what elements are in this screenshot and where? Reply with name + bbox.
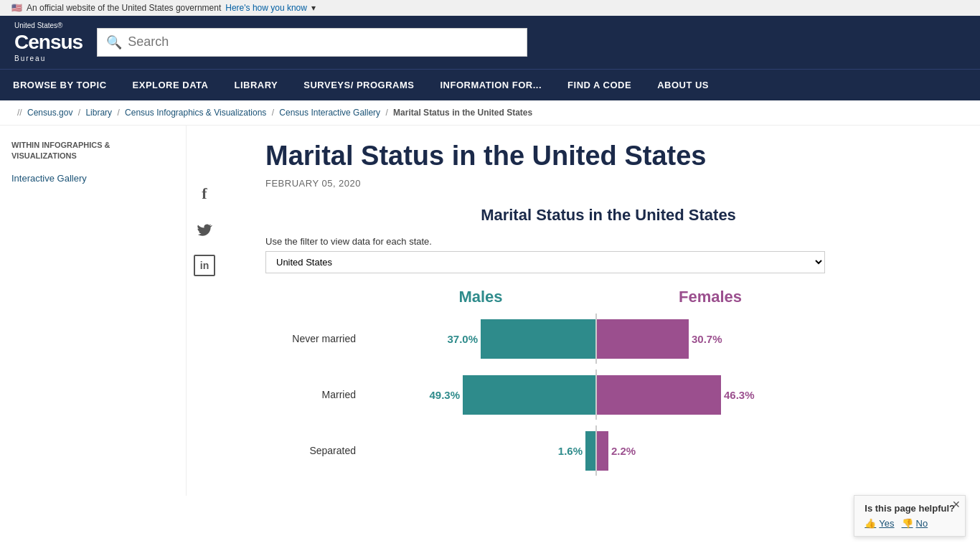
nav-library[interactable]: LIBRARY [221, 70, 291, 100]
facebook-icon[interactable]: f [194, 183, 215, 204]
filter-label: Use the filter to view data for each sta… [265, 236, 951, 247]
separated-male-side: 1.6% [366, 425, 595, 476]
chart-headers: Males Females [265, 288, 825, 306]
sidebar: WITHIN INFOGRAPHICS & VISUALIZATIONS Int… [0, 126, 187, 496]
linkedin-icon[interactable]: in [194, 255, 215, 276]
breadcrumb-library[interactable]: Library [85, 108, 112, 118]
feedback-widget: ✕ Is this page helpful? 👍 Yes 👎 No [854, 495, 966, 496]
separated-male-bar: 1.6% [585, 431, 595, 471]
census-logo[interactable]: United States® Census Bureau [14, 22, 83, 63]
separated-bars: 1.6% 2.2% [366, 425, 825, 476]
content-with-social: f in Marital Status in the United States… [187, 126, 980, 496]
main-nav: BROWSE BY TOPIC EXPLORE DATA LIBRARY SUR… [0, 69, 980, 100]
married-female-side: 46.3% [595, 369, 825, 420]
chart-row-married: Married 49.3% 46.3% [265, 369, 825, 420]
search-bar[interactable]: 🔍 [97, 28, 527, 57]
breadcrumb: // Census.gov / Library / Census Infogra… [0, 100, 980, 126]
dropdown-chevron-icon: ▾ [311, 3, 316, 13]
twitter-icon[interactable] [194, 219, 215, 240]
never-married-bars: 37.0% 30.7% [366, 314, 825, 364]
breadcrumb-sep-2: / [117, 108, 122, 118]
never-married-male-value: 37.0% [447, 333, 478, 345]
separated-label: Separated [265, 445, 366, 456]
never-married-label: Never married [265, 333, 366, 344]
chart-section: Marital Status in the United States Use … [265, 206, 951, 476]
center-line-2 [595, 369, 597, 420]
nav-find-a-code[interactable]: FIND A CODE [555, 70, 644, 100]
chart-title: Marital Status in the United States [265, 206, 951, 225]
sidebar-section-title: WITHIN INFOGRAPHICS & VISUALIZATIONS [11, 140, 174, 162]
breadcrumb-sep-3: / [272, 108, 277, 118]
married-male-side: 49.3% [366, 369, 595, 420]
breadcrumb-current: Marital Status in the United States [393, 108, 532, 118]
chart-row-separated: Separated 1.6% 2.2% [265, 425, 825, 476]
never-married-female-bar: 30.7% [595, 319, 689, 359]
females-header: Females [595, 288, 825, 306]
search-icon: 🔍 [106, 34, 122, 50]
nav-about-us[interactable]: ABOUT US [644, 70, 722, 100]
males-header: Males [366, 288, 595, 306]
main-content: Marital Status in the United States FEBR… [222, 126, 980, 496]
logo-united-states: United States® [14, 22, 83, 30]
center-line [595, 314, 597, 364]
center-line-3 [595, 425, 597, 476]
breadcrumb-infographics[interactable]: Census Infographics & Visualizations [125, 108, 266, 118]
married-bars: 49.3% 46.3% [366, 369, 825, 420]
separated-male-value: 1.6% [558, 445, 583, 457]
married-male-value: 49.3% [429, 389, 460, 401]
state-filter-select[interactable]: United States Alabama Alaska Arizona Ark… [265, 251, 825, 273]
page-title: Marital Status in the United States [265, 140, 951, 173]
nav-explore-data[interactable]: EXPLORE DATA [120, 70, 222, 100]
breadcrumb-separator: // [17, 108, 22, 118]
separated-female-side: 2.2% [595, 425, 825, 476]
breadcrumb-sep-1: / [78, 108, 83, 118]
never-married-male-bar: 37.0% [481, 319, 595, 359]
chart-container: Males Females Never married 37.0% [265, 288, 825, 476]
breadcrumb-census-gov[interactable]: Census.gov [27, 108, 72, 118]
publish-date: FEBRUARY 05, 2020 [265, 178, 951, 189]
nav-browse-by-topic[interactable]: BROWSE BY TOPIC [0, 70, 120, 100]
logo-bureau: Bureau [14, 55, 83, 63]
married-female-bar: 46.3% [595, 375, 721, 415]
nav-information-for[interactable]: INFORMATION FOR... [427, 70, 555, 100]
sidebar-link-interactive-gallery[interactable]: Interactive Gallery [11, 170, 174, 187]
gov-banner: 🇺🇸 An official website of the United Sta… [0, 0, 980, 16]
heres-how-you-know-link[interactable]: Here's how you know [225, 3, 307, 13]
content-wrapper: WITHIN INFOGRAPHICS & VISUALIZATIONS Int… [0, 126, 980, 496]
breadcrumb-sep-4: / [385, 108, 390, 118]
chart-row-never-married: Never married 37.0% 30.7% [265, 314, 825, 364]
site-header: United States® Census Bureau 🔍 [0, 16, 980, 69]
separated-female-value: 2.2% [611, 445, 636, 457]
us-flag-icon: 🇺🇸 [11, 3, 22, 13]
never-married-male-side: 37.0% [366, 314, 595, 364]
married-label: Married [265, 389, 366, 400]
separated-female-bar: 2.2% [595, 431, 608, 471]
married-female-value: 46.3% [724, 389, 755, 401]
married-male-bar: 49.3% [463, 375, 595, 415]
never-married-female-value: 30.7% [692, 333, 722, 345]
breadcrumb-interactive-gallery[interactable]: Census Interactive Gallery [279, 108, 380, 118]
social-icons-panel: f in [187, 126, 222, 496]
logo-census: Census [14, 30, 83, 55]
search-input[interactable] [128, 34, 518, 50]
gov-banner-text: An official website of the United States… [27, 3, 221, 13]
never-married-female-side: 30.7% [595, 314, 825, 364]
nav-surveys-programs[interactable]: SURVEYS/ PROGRAMS [291, 70, 427, 100]
